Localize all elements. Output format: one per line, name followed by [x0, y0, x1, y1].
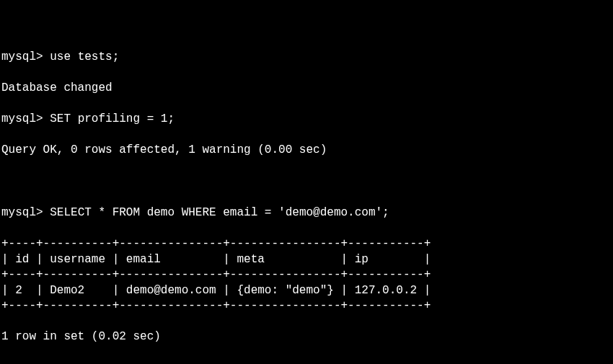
prompt-line-use: mysql> use tests;: [1, 50, 612, 66]
table-row: +----+----------+---------------+-------…: [1, 298, 612, 314]
prompt: mysql>: [1, 206, 43, 219]
prompt: mysql>: [1, 50, 43, 63]
command-use: use tests;: [50, 50, 119, 63]
use-response: Database changed: [1, 81, 612, 97]
profiling-response: Query OK, 0 rows affected, 1 warning (0.…: [1, 143, 612, 159]
command-select: SELECT * FROM demo WHERE email = 'demo@d…: [50, 206, 389, 219]
command-profiling: SET profiling = 1;: [50, 112, 175, 125]
select-footer: 1 row in set (0.02 sec): [1, 329, 612, 345]
table-row: | 2 | Demo2 | demo@demo.com | {demo: "de…: [1, 283, 612, 299]
table-row: +----+----------+---------------+-------…: [1, 267, 612, 283]
table-row: | id | username | email | meta | ip |: [1, 252, 612, 268]
blank-line: [1, 174, 612, 190]
table-row: +----+----------+---------------+-------…: [1, 236, 612, 252]
blank-line: [1, 361, 612, 364]
prompt: mysql>: [1, 112, 43, 125]
prompt-line-profiling: mysql> SET profiling = 1;: [1, 112, 612, 128]
select-result-table: +----+----------+---------------+-------…: [1, 236, 612, 314]
prompt-line-select: mysql> SELECT * FROM demo WHERE email = …: [1, 205, 612, 221]
